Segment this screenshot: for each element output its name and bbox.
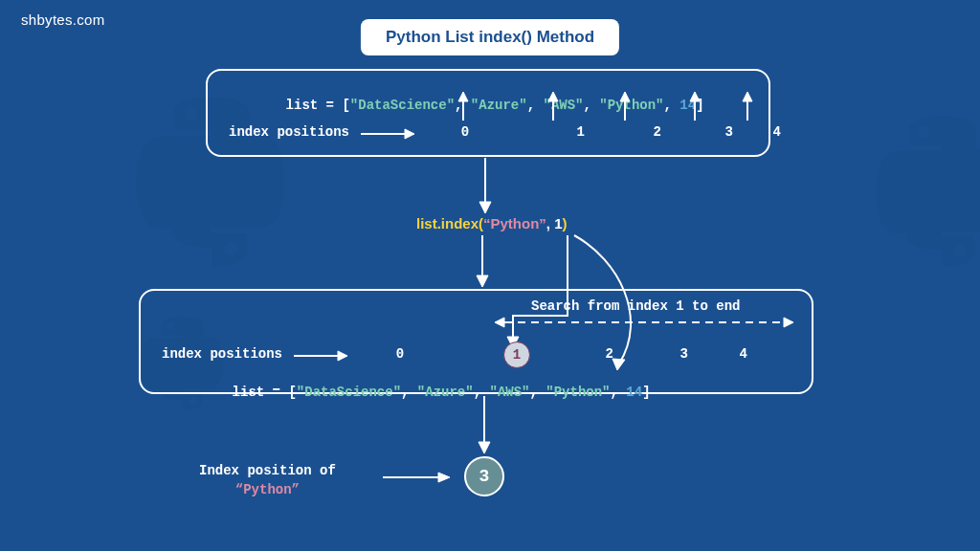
list-declaration: list = ["DataScience", "Azure", "AWS", "… [254,82,747,128]
right-arrow-icon [294,350,347,362]
index-positions-label: index positions [229,124,349,140]
highlighted-index: 1 [503,342,530,368]
up-arrow-icon [689,92,701,121]
right-arrow-icon [361,128,414,140]
method-call: list.index(“Python”, 1) [416,215,568,231]
index-cell: 4 [733,124,781,140]
index-cell: 1 [489,124,585,140]
result-label: Index position of “Python” [199,462,336,499]
index-cell: 4 [688,346,747,362]
index-cell: 3 [613,346,688,362]
page-title: Python List index() Method [361,19,619,55]
site-label: shbytes.com [21,11,105,28]
index-positions-label: index positions [162,346,282,362]
search-box: index positions 0 1 2 3 4 list = ["DataS… [139,289,813,394]
up-arrow-icon [547,92,559,121]
up-arrow-icon [457,92,469,121]
index-cell: 2 [585,124,661,140]
index-cell: 0 [441,124,489,140]
svg-marker-24 [479,442,490,453]
svg-marker-26 [438,473,450,482]
up-arrow-icon [619,92,631,121]
list-def-box: list = ["DataScience", "Azure", "AWS", "… [206,69,770,157]
svg-marker-13 [479,202,491,213]
index-cell: 2 [556,346,613,362]
index-cell: 0 [386,346,414,362]
right-arrow-icon [383,472,450,483]
down-arrow-icon [478,396,491,453]
list-declaration: list = ["DataScience", "Azure", "AWS", "… [200,369,651,415]
index-cell: 3 [661,124,733,140]
up-arrow-icon [742,92,753,121]
result-value: 3 [464,456,504,496]
down-arrow-icon [479,158,492,213]
svg-marker-1 [405,129,414,139]
svg-marker-22 [338,351,347,361]
